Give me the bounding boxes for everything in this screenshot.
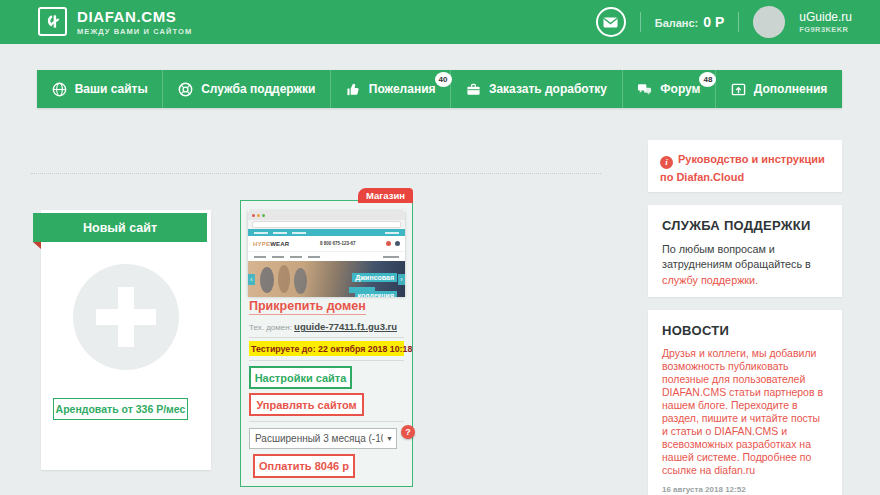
account-menu[interactable]: uGuide.ru FG9R3KEKR bbox=[799, 10, 852, 34]
attach-domain-link[interactable]: Прикрепить домен bbox=[249, 299, 366, 315]
nav-item-support[interactable]: Служба поддержки bbox=[162, 70, 330, 108]
nav-item-order-work[interactable]: Заказать доработку bbox=[450, 70, 621, 108]
brand-tagline: МЕЖДУ ВАМИ И САЙТОМ bbox=[77, 27, 192, 36]
tech-domain-row: Тех. домен: uguide-77411.f1.gu3.ru bbox=[249, 321, 397, 332]
nav-item-forum[interactable]: Форум 48 bbox=[622, 70, 716, 108]
nav-label: Ваши сайты bbox=[75, 82, 148, 96]
balance-value: 0 Р bbox=[703, 14, 724, 30]
mail-icon[interactable] bbox=[596, 7, 626, 37]
news-card: НОВОСТИ Друзья и коллеги, мы добавили во… bbox=[648, 310, 842, 495]
tariff-select[interactable]: Расширенный 3 месяца (-10%) ▼ bbox=[249, 428, 397, 449]
carousel-right-icon: › bbox=[398, 274, 405, 285]
preview-cart-icon bbox=[386, 241, 391, 246]
site-card: Магазин HYPEWEAR 8 800 675-123-67 Джинсо… bbox=[240, 200, 413, 487]
account-name: uGuide.ru bbox=[799, 10, 852, 25]
window-maximize-icon bbox=[262, 214, 265, 217]
guide-link[interactable]: iРуководство и инструкции по Diafan.Clou… bbox=[660, 151, 830, 187]
tech-domain-label: Тех. домен: bbox=[249, 323, 292, 332]
balance: Баланс: 0 Р bbox=[655, 14, 725, 30]
add-site-button[interactable] bbox=[73, 264, 179, 370]
pay-button[interactable]: Оплатить 8046 р bbox=[253, 454, 355, 478]
new-site-ribbon: Новый сайт bbox=[33, 213, 207, 242]
tariff-selected-value: Расширенный 3 месяца (-10%) bbox=[255, 433, 383, 444]
rent-site-button[interactable]: Арендовать от 336 Р/мес bbox=[53, 398, 188, 420]
thumbs-up-icon bbox=[346, 82, 361, 97]
testing-deadline-notice: Тестируете до: 22 октября 2018 10:18 bbox=[249, 341, 404, 356]
new-site-card: Новый сайт Арендовать от 336 Р/мес bbox=[41, 210, 211, 470]
site-type-ribbon: Магазин bbox=[358, 188, 413, 203]
forum-icon bbox=[637, 82, 652, 97]
main-nav: Ваши сайты Служба поддержки Пожелания 40 bbox=[37, 70, 842, 108]
content-divider bbox=[31, 173, 601, 174]
ribbon-fold bbox=[33, 242, 41, 249]
nav-label: Форум 48 bbox=[660, 82, 700, 96]
diafan-logo-icon[interactable] bbox=[38, 7, 67, 36]
nav-label: Пожелания 40 bbox=[369, 82, 436, 96]
support-text: По любым вопросам и затруднениям обращай… bbox=[662, 242, 828, 288]
preview-top-links bbox=[248, 229, 405, 236]
browser-chrome-bar bbox=[248, 210, 405, 220]
plus-icon bbox=[118, 287, 134, 347]
preview-site-header: HYPEWEAR 8 800 675-123-67 bbox=[248, 236, 405, 251]
site-settings-button[interactable]: Настройки сайта bbox=[249, 366, 352, 389]
window-close-icon bbox=[252, 214, 255, 217]
nav-label: Служба поддержки bbox=[201, 82, 315, 96]
wishes-count-badge: 40 bbox=[435, 72, 452, 87]
guide-card: iРуководство и инструкции по Diafan.Clou… bbox=[648, 140, 842, 192]
preview-site-logo: HYPEWEAR bbox=[253, 241, 289, 247]
news-title: НОВОСТИ bbox=[662, 323, 828, 338]
preview-phone: 8 800 675-123-67 bbox=[293, 241, 382, 246]
brand-title: DIAFAN.CMS bbox=[77, 8, 176, 25]
nav-item-your-sites[interactable]: Ваши сайты bbox=[37, 70, 162, 108]
preview-menu-row bbox=[248, 251, 405, 261]
diafan-cloud-dashboard: DIAFAN.CMS МЕЖДУ ВАМИ И САЙТОМ Баланс: 0… bbox=[0, 0, 880, 495]
support-card: СЛУЖБА ПОДДЕРЖКИ По любым вопросам и зат… bbox=[648, 205, 842, 297]
header-divider bbox=[738, 12, 739, 32]
carousel-left-icon: ‹ bbox=[248, 274, 255, 285]
header: DIAFAN.CMS МЕЖДУ ВАМИ И САЙТОМ Баланс: 0… bbox=[0, 0, 880, 44]
manage-site-button[interactable]: Управлять сайтом bbox=[249, 393, 364, 416]
nav-label: Дополнения bbox=[754, 82, 827, 96]
chevron-down-icon: ▼ bbox=[386, 435, 393, 442]
nav-item-wishes[interactable]: Пожелания 40 bbox=[330, 70, 450, 108]
preview-banner-button bbox=[349, 287, 375, 293]
card-divider bbox=[249, 421, 404, 422]
briefcase-icon bbox=[466, 82, 481, 97]
tech-domain-link[interactable]: uguide-77411.f1.gu3.ru bbox=[294, 321, 397, 332]
globe-icon bbox=[52, 82, 67, 97]
tariff-help-icon[interactable]: ? bbox=[401, 425, 415, 439]
browser-address-bar bbox=[248, 220, 405, 229]
balance-label: Баланс: bbox=[655, 17, 699, 29]
card-divider bbox=[249, 360, 404, 361]
card-divider bbox=[249, 337, 404, 338]
header-divider bbox=[640, 12, 641, 32]
nav-label: Заказать доработку bbox=[489, 82, 607, 96]
window-minimize-icon bbox=[257, 214, 260, 217]
news-timestamp: 16 августа 2018 12:52 bbox=[662, 485, 828, 494]
info-icon: i bbox=[660, 156, 673, 169]
support-title: СЛУЖБА ПОДДЕРЖКИ bbox=[662, 218, 828, 233]
preview-banner: Джинсовая коллекция ‹ › bbox=[248, 261, 405, 297]
preview-account-icon bbox=[395, 241, 400, 246]
nav-item-addons[interactable]: Дополнения bbox=[715, 70, 842, 108]
forum-count-badge: 48 bbox=[699, 72, 716, 87]
addons-icon bbox=[731, 82, 746, 97]
support-link[interactable]: службу поддержки. bbox=[662, 274, 758, 286]
news-item-link[interactable]: Друзья и коллеги, мы добавили возможност… bbox=[662, 347, 828, 477]
site-preview-thumbnail[interactable]: HYPEWEAR 8 800 675-123-67 Джинсовая колл… bbox=[248, 210, 405, 296]
lifebuoy-icon bbox=[178, 82, 193, 97]
avatar[interactable] bbox=[753, 6, 785, 38]
account-id: FG9R3KEKR bbox=[799, 25, 852, 34]
